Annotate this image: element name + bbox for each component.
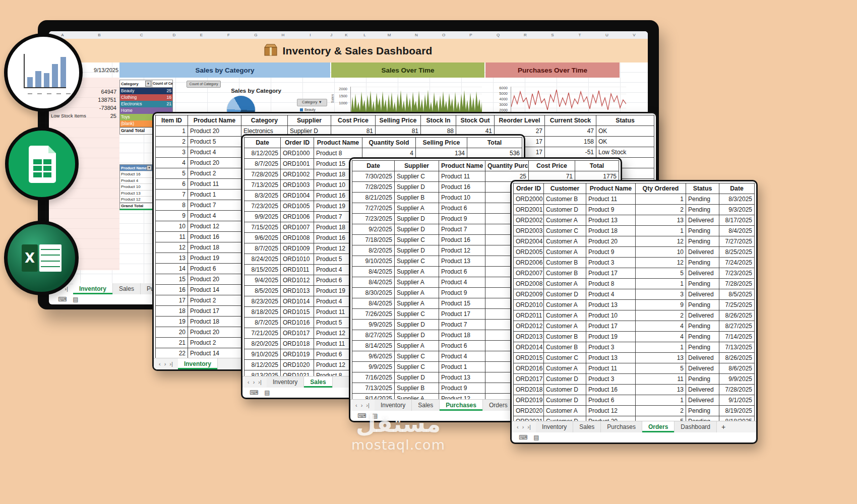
tab-inventory[interactable]: Inventory bbox=[73, 283, 113, 294]
cell[interactable]: Customer A bbox=[544, 215, 586, 226]
cell[interactable]: 22 bbox=[156, 348, 188, 358]
cell[interactable]: Product 13 bbox=[586, 215, 636, 226]
cell[interactable]: ORD1010 bbox=[281, 254, 314, 265]
cell[interactable]: 7/26/2025 bbox=[352, 309, 395, 320]
cell[interactable]: 8/14/2025 bbox=[352, 394, 395, 400]
cell[interactable]: 10 bbox=[636, 247, 686, 258]
nav-first-icon[interactable]: ‹ bbox=[355, 402, 357, 408]
column-header[interactable]: Product Name bbox=[586, 183, 636, 194]
cell[interactable]: ORD1016 bbox=[281, 318, 314, 328]
cell[interactable]: Customer D bbox=[544, 205, 586, 215]
nav-next-icon[interactable]: › bbox=[361, 402, 363, 408]
cell[interactable]: Customer B bbox=[544, 194, 586, 205]
cell[interactable]: Pending bbox=[686, 226, 719, 236]
cell[interactable]: 8/7/2025 bbox=[244, 243, 281, 254]
cell[interactable]: Delivered bbox=[686, 353, 719, 363]
cell[interactable]: Product 7 bbox=[439, 320, 485, 330]
keyboard-icon[interactable]: ⌨ bbox=[58, 296, 67, 303]
cell[interactable]: Product 9 bbox=[586, 205, 636, 215]
cell[interactable]: 9/9/2025 bbox=[244, 212, 281, 222]
cell[interactable]: 8/17/2025 bbox=[719, 215, 755, 226]
cell[interactable]: Pending bbox=[686, 416, 719, 421]
cell[interactable]: 8/2/2025 bbox=[352, 245, 395, 256]
cell[interactable]: Customer D bbox=[544, 416, 586, 421]
cell[interactable]: Product 9 bbox=[439, 383, 485, 394]
cell[interactable]: Customer B bbox=[544, 258, 586, 268]
cell[interactable]: ORD2018 bbox=[514, 385, 544, 395]
product-pivot-row[interactable]: Product 4 bbox=[120, 177, 152, 184]
filter-dropdown-icon[interactable]: ▼ bbox=[145, 81, 151, 87]
column-header[interactable]: Order ID bbox=[514, 183, 544, 194]
column-header[interactable]: Product Name bbox=[439, 161, 485, 171]
cell[interactable]: Supplier B bbox=[395, 383, 439, 394]
cell[interactable]: Supplier C bbox=[395, 171, 439, 182]
product-pivot-row[interactable]: Product 12 bbox=[120, 196, 152, 203]
cell[interactable]: Customer B bbox=[544, 332, 586, 342]
cell[interactable]: Customer C bbox=[544, 353, 586, 363]
cell[interactable]: 8/15/2025 bbox=[244, 265, 281, 275]
cell[interactable]: 6 bbox=[156, 179, 188, 190]
cell[interactable]: 3 bbox=[636, 289, 686, 300]
cell[interactable]: 8/4/2025 bbox=[352, 277, 395, 288]
cell[interactable]: 8/12/2025 bbox=[244, 360, 281, 370]
column-header[interactable]: Total bbox=[467, 138, 522, 148]
cell[interactable]: 7/13/2025 bbox=[352, 383, 395, 394]
column-letter[interactable]: F bbox=[215, 33, 242, 37]
cell[interactable]: Supplier A bbox=[395, 203, 439, 214]
cell[interactable]: ORD2007 bbox=[514, 268, 544, 279]
column-letter[interactable]: K bbox=[339, 33, 354, 37]
column-header[interactable]: Quantity Sold bbox=[362, 138, 416, 148]
nav-last-icon[interactable]: ›| bbox=[169, 361, 173, 367]
cell[interactable]: Customer A bbox=[544, 279, 586, 289]
cell[interactable]: Product 9 bbox=[439, 214, 485, 224]
tab-inventory[interactable]: Inventory bbox=[536, 421, 573, 432]
cell[interactable]: Product 19 bbox=[188, 253, 241, 264]
cell[interactable]: 7/27/2025 bbox=[352, 203, 395, 214]
cell[interactable]: Product 6 bbox=[439, 203, 485, 214]
cell[interactable]: Supplier C bbox=[395, 351, 439, 362]
cell[interactable]: 9 bbox=[156, 211, 188, 221]
cell[interactable]: 7/18/2025 bbox=[352, 235, 395, 245]
cell[interactable]: 5 bbox=[636, 363, 686, 374]
product-pivot-row[interactable]: Grand Total bbox=[120, 203, 152, 209]
cell[interactable]: ORD1005 bbox=[281, 201, 314, 212]
cell[interactable]: Product 6 bbox=[188, 264, 241, 274]
cell[interactable]: 4 bbox=[156, 158, 188, 168]
column-letter[interactable]: M bbox=[376, 33, 403, 37]
cell[interactable]: Product 12 bbox=[188, 221, 241, 232]
cell[interactable]: ORD1021 bbox=[281, 370, 314, 376]
cell[interactable]: Pending bbox=[686, 205, 719, 215]
cell[interactable]: 11 bbox=[636, 374, 686, 385]
cell[interactable]: ORD2006 bbox=[514, 258, 544, 268]
sheet-nav[interactable]: ‹ › ›| bbox=[154, 358, 178, 369]
cell[interactable]: 8/23/2025 bbox=[244, 296, 281, 307]
pivot-row[interactable]: Beauty25 bbox=[120, 88, 172, 94]
cell[interactable]: Product 18 bbox=[439, 330, 485, 341]
cell[interactable]: ORD2020 bbox=[514, 406, 544, 416]
cell[interactable]: Product 3 bbox=[586, 258, 636, 268]
cell[interactable]: 9/4/2025 bbox=[244, 275, 281, 286]
tab-inventory[interactable]: Inventory bbox=[267, 376, 304, 388]
cell[interactable]: ORD2005 bbox=[514, 247, 544, 258]
cell[interactable]: Supplier C bbox=[395, 235, 439, 245]
add-sheet-button[interactable]: + bbox=[717, 421, 730, 432]
cell[interactable]: Pending bbox=[686, 194, 719, 205]
cell[interactable]: ORD1017 bbox=[281, 328, 314, 339]
cell[interactable]: Product 7 bbox=[188, 200, 241, 211]
column-header[interactable]: Stock In bbox=[421, 115, 456, 126]
cell[interactable]: Supplier A bbox=[395, 394, 439, 400]
pivot-field-button[interactable]: Count of Category bbox=[187, 81, 221, 88]
cell[interactable]: 8 bbox=[156, 200, 188, 211]
cell[interactable]: 12 bbox=[156, 242, 188, 253]
cell[interactable]: 8/3/2025 bbox=[719, 194, 755, 205]
cell[interactable]: Supplier A bbox=[395, 277, 439, 288]
cell[interactable]: 8/5/2025 bbox=[244, 286, 281, 296]
cell[interactable]: Supplier A bbox=[395, 298, 439, 309]
cell[interactable]: ORD1018 bbox=[281, 339, 314, 349]
cell[interactable]: 4 bbox=[636, 321, 686, 332]
cell[interactable]: 1 bbox=[636, 395, 686, 406]
column-letter[interactable]: B bbox=[76, 33, 123, 37]
tab-sales[interactable]: Sales bbox=[412, 400, 440, 411]
cell[interactable]: 8/13/2025 bbox=[244, 370, 281, 376]
cell[interactable]: ORD1019 bbox=[281, 349, 314, 360]
